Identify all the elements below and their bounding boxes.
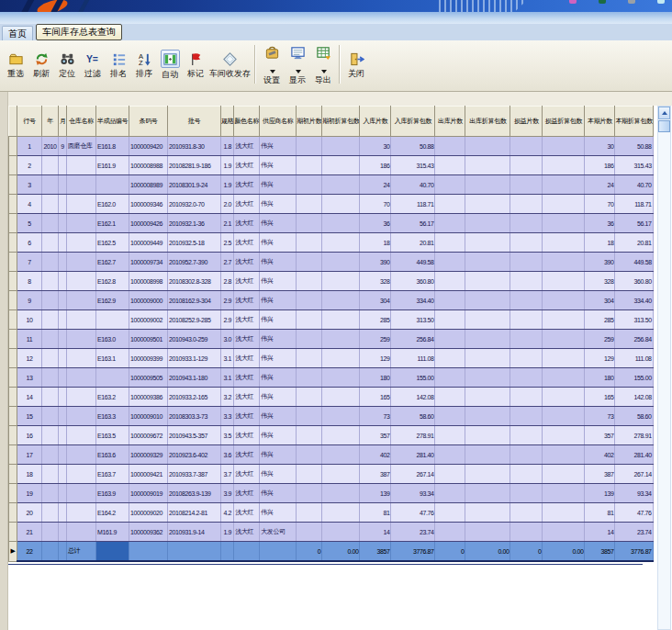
table-cell[interactable]	[465, 253, 510, 272]
table-cell[interactable]: 1.9	[221, 156, 234, 175]
table-cell[interactable]	[510, 195, 543, 214]
table-cell[interactable]: 1.8	[221, 137, 234, 156]
chevron-down-icon[interactable]	[270, 70, 275, 73]
table-row[interactable]: 7E162.710000097342010952.7-3902.7浅大红伟兴39…	[9, 253, 654, 272]
table-cell[interactable]: 1000009672	[129, 426, 168, 445]
table-cell[interactable]: 334.40	[615, 291, 653, 310]
table-cell[interactable]: 1000008989	[129, 175, 168, 195]
table-cell[interactable]: 186	[360, 156, 391, 175]
table-cell[interactable]: 2010952.7-390	[168, 253, 221, 272]
table-cell[interactable]: 36	[360, 214, 391, 233]
table-cell[interactable]	[59, 388, 67, 407]
table-cell[interactable]	[67, 253, 96, 272]
table-cell[interactable]: 267.14	[615, 465, 653, 484]
table-cell[interactable]	[297, 523, 322, 542]
table-cell[interactable]	[543, 407, 585, 426]
table-cell[interactable]	[465, 214, 510, 233]
table-cell[interactable]: 256.84	[391, 330, 435, 349]
table-cell[interactable]: 449.58	[615, 253, 653, 272]
table-cell[interactable]: 浅大红	[234, 137, 260, 156]
table-cell[interactable]	[96, 175, 129, 195]
row-selector[interactable]	[9, 503, 17, 523]
table-cell[interactable]	[510, 445, 543, 465]
table-cell[interactable]: 155.00	[391, 368, 435, 388]
table-cell[interactable]	[435, 175, 465, 195]
table-cell[interactable]: 3.2	[221, 388, 234, 407]
table-cell[interactable]	[435, 349, 465, 368]
table-cell[interactable]: 伟兴	[260, 330, 297, 349]
table-cell[interactable]: 50.88	[391, 137, 435, 156]
table-cell[interactable]: 3.9	[221, 484, 234, 503]
table-cell[interactable]	[465, 523, 510, 542]
table-cell[interactable]	[543, 445, 585, 465]
column-header[interactable]: 出库片数	[435, 107, 465, 137]
total-row[interactable]: ▶22总计00.0038573776.8700.0000.0038573776.…	[9, 542, 654, 562]
table-cell[interactable]: 伟兴	[260, 503, 297, 523]
table-cell[interactable]: 浅大红	[234, 330, 260, 349]
table-cell[interactable]: 15	[17, 407, 42, 426]
table-cell[interactable]	[510, 253, 543, 272]
table-cell[interactable]: 81	[360, 503, 391, 523]
table-cell[interactable]: 伟兴	[260, 349, 297, 368]
scrollbar-thumb[interactable]	[658, 120, 670, 132]
table-cell[interactable]	[297, 484, 322, 503]
table-cell[interactable]	[42, 542, 59, 562]
table-cell[interactable]	[465, 484, 510, 503]
column-header[interactable]: 损益片数	[510, 107, 543, 137]
window-control-icon[interactable]	[628, 0, 635, 4]
row-selector[interactable]	[9, 330, 17, 349]
table-cell[interactable]	[42, 214, 59, 233]
table-cell[interactable]: 伟兴	[260, 214, 297, 233]
toolbar-button-export[interactable]: 导出	[310, 43, 336, 85]
table-cell[interactable]	[543, 233, 585, 253]
table-cell[interactable]	[297, 368, 322, 388]
table-cell[interactable]: E162.5	[96, 233, 129, 253]
table-cell[interactable]	[96, 310, 129, 330]
table-cell[interactable]: 47.76	[391, 503, 435, 523]
table-cell[interactable]	[510, 291, 543, 310]
table-cell[interactable]	[435, 523, 465, 542]
table-cell[interactable]: 155.00	[615, 368, 653, 388]
table-cell[interactable]	[543, 214, 585, 233]
table-row[interactable]: 6E162.510000094492010932.5-182.5浅大红伟兴182…	[9, 233, 654, 253]
table-cell[interactable]: 165	[360, 388, 391, 407]
table-cell[interactable]: 390	[585, 253, 615, 272]
table-cell[interactable]	[96, 542, 129, 562]
table-cell[interactable]: 180	[585, 368, 615, 388]
table-cell[interactable]	[543, 291, 585, 310]
table-cell[interactable]: 259	[585, 330, 615, 349]
table-cell[interactable]	[42, 233, 59, 253]
table-cell[interactable]	[510, 465, 543, 484]
table-cell[interactable]: E162.8	[96, 272, 129, 291]
table-cell[interactable]	[543, 368, 585, 388]
table-cell[interactable]: 11	[17, 330, 42, 349]
table-cell[interactable]: 3776.87	[615, 542, 653, 562]
table-cell[interactable]: 315.43	[391, 156, 435, 175]
table-cell[interactable]	[297, 426, 322, 445]
table-cell[interactable]: 23.74	[391, 523, 435, 542]
table-cell[interactable]: 0	[510, 542, 543, 562]
window-control-icon[interactable]	[599, 0, 606, 4]
table-cell[interactable]	[510, 310, 543, 330]
column-header[interactable]: 规格	[221, 107, 234, 137]
table-cell[interactable]	[42, 445, 59, 465]
table-cell[interactable]: 浅大红	[234, 195, 260, 214]
table-cell[interactable]: 111.08	[615, 349, 653, 368]
table-cell[interactable]	[465, 368, 510, 388]
table-cell[interactable]: 圆磨仓库	[67, 137, 96, 156]
table-cell[interactable]: 165	[585, 388, 615, 407]
toolbar-button-filter[interactable]: Y= 过滤	[80, 50, 106, 79]
column-header[interactable]: 颜色名称	[234, 107, 260, 137]
table-cell[interactable]	[543, 175, 585, 195]
table-cell[interactable]	[42, 407, 59, 426]
table-cell[interactable]	[59, 349, 67, 368]
table-cell[interactable]: 36	[585, 214, 615, 233]
table-cell[interactable]: 2010932.1-36	[168, 214, 221, 233]
table-cell[interactable]	[322, 214, 360, 233]
table-cell[interactable]	[510, 523, 543, 542]
column-header[interactable]: 仓库名称	[67, 107, 96, 137]
table-cell[interactable]	[543, 465, 585, 484]
table-cell[interactable]	[67, 388, 96, 407]
table-cell[interactable]: 2010943.0-259	[168, 330, 221, 349]
table-cell[interactable]: 16	[17, 426, 42, 445]
